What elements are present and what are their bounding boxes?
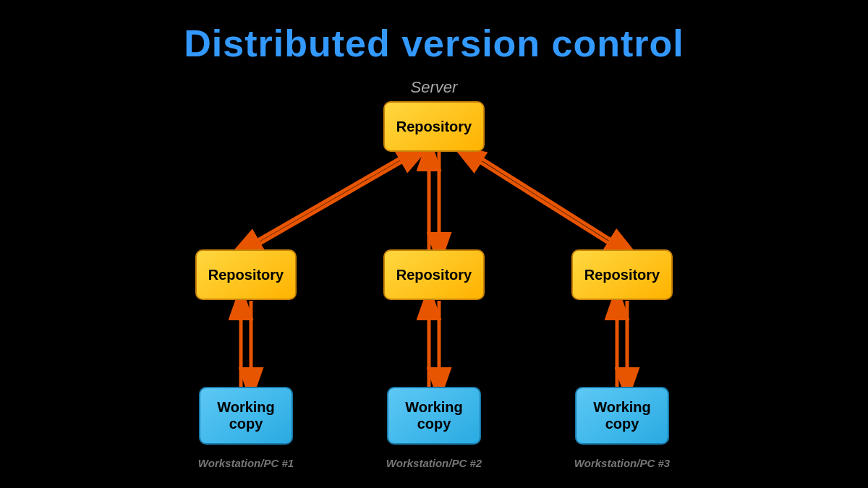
svg-line-6 bbox=[466, 153, 622, 252]
repo-mid-label: Repository bbox=[396, 267, 472, 283]
repo-top-label: Repository bbox=[396, 119, 472, 135]
wc-left-label: Workingcopy bbox=[217, 399, 275, 432]
diagram-container: Distributed version control Server bbox=[0, 0, 868, 488]
repo-top-box: Repository bbox=[383, 101, 485, 152]
svg-line-7 bbox=[469, 150, 625, 249]
wc-mid-box: Workingcopy bbox=[387, 387, 481, 445]
workstation-3-label: Workstation/PC #3 bbox=[553, 457, 691, 469]
server-label: Server bbox=[0, 78, 868, 97]
repo-mid-box: Repository bbox=[383, 249, 485, 300]
wc-left-box: Workingcopy bbox=[199, 387, 293, 445]
svg-line-3 bbox=[243, 150, 414, 249]
wc-mid-label: Workingcopy bbox=[405, 399, 463, 432]
repo-left-box: Repository bbox=[195, 249, 297, 300]
svg-line-2 bbox=[246, 153, 417, 252]
workstation-1-label: Workstation/PC #1 bbox=[177, 457, 315, 469]
repo-right-label: Repository bbox=[584, 267, 660, 283]
page-title: Distributed version control bbox=[0, 22, 868, 65]
repo-left-label: Repository bbox=[208, 267, 284, 283]
wc-right-label: Workingcopy bbox=[593, 399, 651, 432]
wc-right-box: Workingcopy bbox=[575, 387, 669, 445]
workstation-2-label: Workstation/PC #2 bbox=[365, 457, 503, 469]
repo-right-box: Repository bbox=[571, 249, 673, 300]
